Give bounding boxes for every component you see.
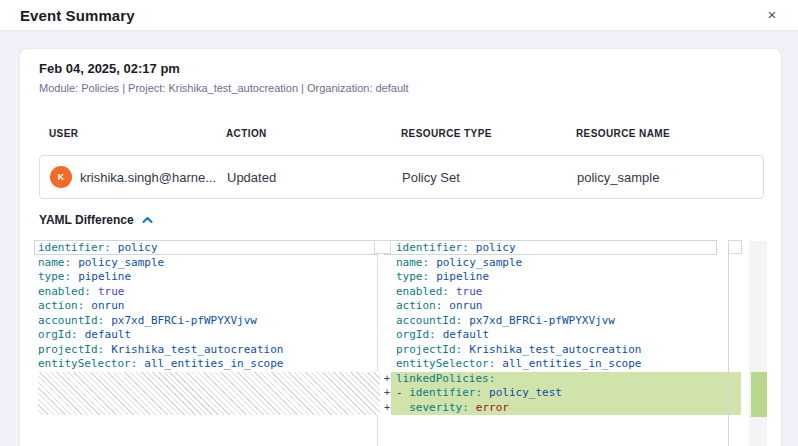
yaml-line: enabled:true: [38, 285, 377, 300]
yaml-line: name:policy_sample: [384, 256, 741, 271]
right-scrollbar-handle[interactable]: [728, 240, 742, 254]
column-action: ACTION: [226, 128, 401, 139]
close-icon[interactable]: ×: [762, 5, 782, 25]
overview-ruler[interactable]: [749, 241, 767, 446]
event-timestamp: Feb 04, 2025, 02:17 pm: [39, 61, 180, 76]
page-title: Event Summary: [20, 7, 135, 24]
diff-plus-marker: +: [384, 401, 391, 416]
left-scrollbar-handle[interactable]: [374, 240, 391, 254]
yaml-diff-original-pane[interactable]: identifier:policy name:policy_sample typ…: [34, 241, 378, 446]
yaml-line: projectId:Krishika_test_autocreation: [38, 343, 377, 358]
diff-missing-lines-placeholder: [38, 372, 380, 416]
yaml-diff-modified-pane[interactable]: identifier:policy name:policy_sample typ…: [384, 241, 741, 446]
yaml-line: type:pipeline: [384, 270, 741, 285]
yaml-diff-editor: identifier:policy name:policy_sample typ…: [20, 241, 783, 446]
event-card: Feb 04, 2025, 02:17 pm Module: Policies …: [19, 48, 782, 446]
chevron-up-icon: [142, 216, 153, 224]
resource-name-cell: policy_sample: [577, 170, 763, 185]
avatar: K: [50, 166, 72, 188]
yaml-line: name:policy_sample: [38, 256, 377, 271]
yaml-added-line: +linkedPolicies:: [384, 372, 741, 387]
diff-plus-marker: +: [384, 386, 391, 401]
added-lines-marker: [751, 372, 767, 417]
yaml-added-line: + severity:error: [384, 401, 741, 416]
yaml-difference-label: YAML Difference: [39, 213, 134, 227]
column-user: USER: [49, 128, 226, 139]
modal-header: Event Summary ×: [0, 0, 798, 31]
yaml-line: projectId:Krishika_test_autocreation: [384, 343, 741, 358]
yaml-line: entitySelector:all_entities_in_scope: [38, 357, 377, 372]
column-resource-type: RESOURCE TYPE: [401, 128, 576, 139]
yaml-line: accountId:px7xd_BFRCi-pfWPYXVjvw: [38, 314, 377, 329]
user-cell: K krishika.singh@harne...: [50, 166, 227, 188]
user-email: krishika.singh@harne...: [80, 170, 216, 185]
column-resource-name: RESOURCE NAME: [576, 128, 762, 139]
yaml-line: accountId:px7xd_BFRCi-pfWPYXVjvw: [384, 314, 741, 329]
diff-plus-marker: +: [384, 372, 391, 387]
yaml-line: entitySelector:all_entities_in_scope: [384, 357, 741, 372]
action-cell: Updated: [227, 170, 402, 185]
yaml-line: identifier:policy: [384, 241, 741, 256]
yaml-line: identifier:policy: [38, 241, 377, 256]
yaml-line: enabled:true: [384, 285, 741, 300]
table-header: USER ACTION RESOURCE TYPE RESOURCE NAME: [49, 128, 762, 139]
yaml-line: action:onrun: [38, 299, 377, 314]
right-pane-scrollbar-track: [728, 241, 729, 446]
yaml-line: type:pipeline: [38, 270, 377, 285]
event-meta: Module: Policies | Project: Krishika_tes…: [39, 82, 409, 94]
yaml-line: orgId:default: [384, 328, 741, 343]
yaml-added-line: +- identifier:policy_test: [384, 386, 741, 401]
table-row[interactable]: K krishika.singh@harne... Updated Policy…: [39, 155, 764, 199]
yaml-line: orgId:default: [38, 328, 377, 343]
yaml-difference-toggle[interactable]: YAML Difference: [39, 213, 153, 227]
yaml-line: action:onrun: [384, 299, 741, 314]
resource-type-cell: Policy Set: [402, 170, 577, 185]
